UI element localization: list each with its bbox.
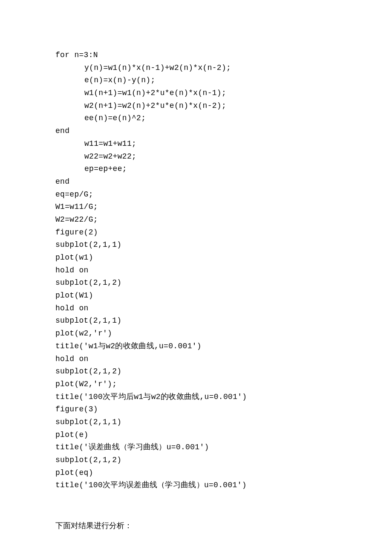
code-line: hold on bbox=[55, 302, 337, 315]
code-line: figure(2) bbox=[55, 226, 337, 239]
code-line: ee(n)=e(n)^2; bbox=[84, 112, 337, 125]
code-line: plot(W1) bbox=[55, 289, 337, 302]
code-line: plot(w1) bbox=[55, 251, 337, 264]
code-line: for n=3:N bbox=[55, 49, 337, 62]
footer-text: 下面对结果进行分析： bbox=[55, 520, 337, 532]
code-line: subplot(2,1,1) bbox=[55, 239, 337, 251]
code-line: title('100次平均后w1与w2的收敛曲线,u=0.001') bbox=[55, 391, 337, 404]
code-line: W1=w11/G; bbox=[55, 201, 337, 214]
code-line: subplot(2,1,2) bbox=[55, 454, 337, 467]
code-line: eq=ep/G; bbox=[55, 188, 337, 201]
code-line: y(n)=w1(n)*x(n-1)+w2(n)*x(n-2); bbox=[84, 62, 337, 75]
code-line: plot(eq) bbox=[55, 467, 337, 480]
code-line: ep=ep+ee; bbox=[84, 163, 337, 176]
code-line: subplot(2,1,2) bbox=[55, 277, 337, 289]
code-line: e(n)=x(n)-y(n); bbox=[84, 74, 337, 87]
code-line: W2=w22/G; bbox=[55, 214, 337, 226]
code-line: plot(w2,'r') bbox=[55, 327, 337, 340]
code-line: title('w1与w2的收敛曲线,u=0.001') bbox=[55, 340, 337, 353]
code-line: w2(n+1)=w2(n)+2*u*e(n)*x(n-2); bbox=[84, 100, 337, 113]
code-line: subplot(2,1,1) bbox=[55, 416, 337, 429]
code-line: end bbox=[55, 125, 337, 138]
code-line: plot(e) bbox=[55, 429, 337, 442]
code-line: subplot(2,1,2) bbox=[55, 365, 337, 378]
code-line: w11=w1+w11; bbox=[84, 138, 337, 150]
code-line: subplot(2,1,1) bbox=[55, 315, 337, 327]
code-line: w22=w2+w22; bbox=[84, 150, 337, 163]
code-line: hold on bbox=[55, 264, 337, 277]
code-line: title('误差曲线（学习曲线）u=0.001') bbox=[55, 441, 337, 454]
code-line: title('100次平均误差曲线（学习曲线）u=0.001') bbox=[55, 479, 337, 492]
code-line: end bbox=[55, 176, 337, 188]
code-block: for n=3:Ny(n)=w1(n)*x(n-1)+w2(n)*x(n-2);… bbox=[55, 49, 337, 492]
code-line: hold on bbox=[55, 353, 337, 366]
code-line: w1(n+1)=w1(n)+2*u*e(n)*x(n-1); bbox=[84, 87, 337, 100]
code-line: plot(W2,'r'); bbox=[55, 378, 337, 391]
code-line: figure(3) bbox=[55, 403, 337, 416]
